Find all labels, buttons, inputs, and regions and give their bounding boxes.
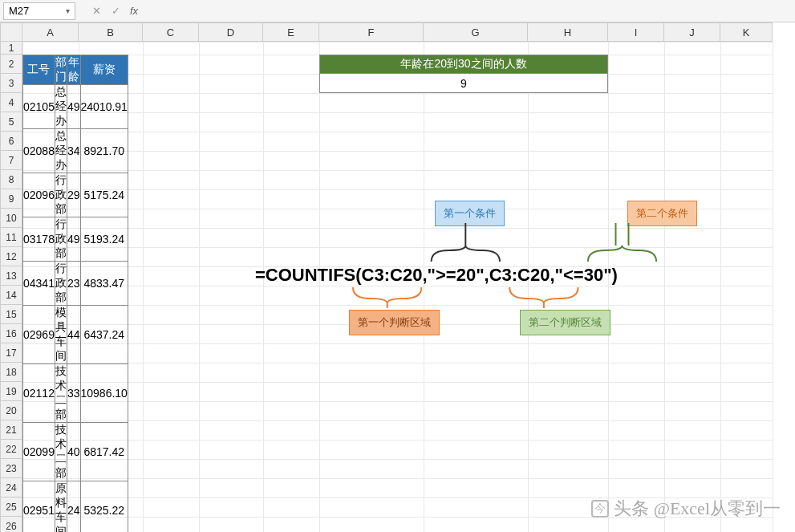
table-cell[interactable]: 03178 — [23, 217, 55, 262]
col-header-B[interactable]: B — [79, 22, 143, 42]
row-header-16[interactable]: 16 — [0, 324, 22, 343]
table-cell[interactable]: 行政部 — [55, 262, 67, 306]
table-cell[interactable]: 33 — [67, 364, 80, 423]
col-header-J[interactable]: J — [664, 22, 720, 42]
table-cell[interactable]: 34 — [67, 129, 80, 173]
col-header-E[interactable]: E — [263, 22, 319, 42]
col-header-K[interactable]: K — [720, 22, 773, 42]
table-row[interactable]: 02099技术二部406817.42 — [23, 423, 128, 481]
row-header-13[interactable]: 13 — [0, 266, 22, 286]
table-row[interactable]: 02088总经办348921.70 — [23, 129, 128, 173]
row-header-1[interactable]: 1 — [0, 42, 22, 55]
row-header-4[interactable]: 4 — [0, 93, 22, 112]
table-cell[interactable]: 模具车间 — [55, 306, 67, 364]
table-cell[interactable]: 40 — [67, 423, 80, 481]
table-cell[interactable]: 49 — [67, 85, 80, 129]
table-row[interactable]: 04341行政部234833.47 — [23, 262, 128, 306]
table-cell[interactable]: 24 — [67, 481, 80, 533]
row-header-15[interactable]: 15 — [0, 305, 22, 324]
row-header-3[interactable]: 3 — [0, 74, 22, 93]
table-header[interactable]: 工号 — [23, 55, 55, 85]
table-cell[interactable]: 6817.42 — [80, 423, 128, 481]
cancel-formula-icon: ✕ — [87, 5, 106, 17]
row-header-23[interactable]: 23 — [0, 459, 22, 478]
row-header-7[interactable]: 7 — [0, 151, 22, 170]
watermark: 今 头条 @Excel从零到一 — [591, 497, 781, 521]
formula-bar: M27 ▾ ✕ ✓ fx — [0, 0, 795, 22]
table-cell[interactable]: 02112 — [23, 364, 55, 423]
table-cell[interactable]: 5175.24 — [80, 173, 128, 217]
table-cell[interactable]: 02969 — [23, 306, 55, 364]
table-cell[interactable]: 04341 — [23, 262, 55, 306]
table-row[interactable]: 02951原料车间245325.22 — [23, 481, 128, 533]
table-header[interactable]: 年龄 — [67, 55, 80, 85]
data-table[interactable]: 工号部门年龄薪资02105总经办4924010.9102088总经办348921… — [22, 55, 128, 532]
table-cell[interactable]: 6437.24 — [80, 306, 128, 364]
row-header-12[interactable]: 12 — [0, 247, 22, 266]
table-cell[interactable]: 5325.22 — [80, 481, 128, 533]
row-header-26[interactable]: 26 — [0, 517, 22, 532]
table-cell[interactable]: 技术二部 — [55, 364, 67, 423]
row-header-18[interactable]: 18 — [0, 363, 22, 382]
table-cell[interactable]: 24010.91 — [80, 85, 128, 129]
row-header-6[interactable]: 6 — [0, 132, 22, 151]
table-row[interactable]: 02969模具车间446437.24 — [23, 306, 128, 364]
formula-input[interactable] — [143, 2, 792, 20]
table-cell[interactable]: 8921.70 — [80, 129, 128, 173]
table-header[interactable]: 薪资 — [80, 55, 128, 85]
row-header-22[interactable]: 22 — [0, 440, 22, 459]
table-cell[interactable]: 02099 — [23, 423, 55, 481]
table-cell[interactable]: 02951 — [23, 481, 55, 533]
table-cell[interactable]: 02105 — [23, 85, 55, 129]
watermark-icon: 今 — [591, 500, 609, 518]
table-cell[interactable]: 总经办 — [55, 85, 67, 129]
col-header-G[interactable]: G — [424, 22, 528, 42]
row-header-25[interactable]: 25 — [0, 497, 22, 517]
table-cell[interactable]: 29 — [67, 173, 80, 217]
row-header-19[interactable]: 19 — [0, 382, 22, 401]
name-box[interactable]: M27 ▾ — [3, 2, 75, 20]
row-header-8[interactable]: 8 — [0, 170, 22, 189]
table-cell[interactable]: 23 — [67, 262, 80, 306]
fx-icon[interactable]: fx — [130, 5, 138, 17]
table-cell[interactable]: 原料车间 — [55, 481, 67, 533]
column-headers: ABCDEFGHIJK — [22, 22, 773, 42]
table-cell[interactable]: 10986.10 — [80, 364, 128, 423]
row-header-17[interactable]: 17 — [0, 343, 22, 363]
row-header-11[interactable]: 11 — [0, 228, 22, 247]
table-cell[interactable]: 02088 — [23, 129, 55, 173]
table-row[interactable]: 02105总经办4924010.91 — [23, 85, 128, 129]
table-cell[interactable]: 4833.47 — [80, 262, 128, 306]
table-cell[interactable]: 行政部 — [55, 217, 67, 262]
col-header-H[interactable]: H — [528, 22, 608, 42]
row-header-20[interactable]: 20 — [0, 401, 22, 420]
row-header-2[interactable]: 2 — [0, 55, 22, 74]
col-header-A[interactable]: A — [22, 22, 79, 42]
table-cell[interactable]: 5193.24 — [80, 217, 128, 262]
row-headers: 1234567891011121314151617181920212223242… — [0, 42, 22, 532]
table-header[interactable]: 部门 — [55, 55, 67, 85]
select-all-corner[interactable] — [0, 22, 22, 42]
table-cell[interactable]: 02096 — [23, 173, 55, 217]
row-header-14[interactable]: 14 — [0, 286, 22, 305]
chevron-down-icon[interactable]: ▾ — [66, 6, 70, 15]
col-header-C[interactable]: C — [143, 22, 199, 42]
col-header-I[interactable]: I — [608, 22, 664, 42]
col-header-D[interactable]: D — [199, 22, 263, 42]
sheet-area: ABCDEFGHIJK 1234567891011121314151617181… — [0, 22, 795, 532]
row-header-5[interactable]: 5 — [0, 112, 22, 132]
table-cell[interactable]: 44 — [67, 306, 80, 364]
row-header-21[interactable]: 21 — [0, 420, 22, 440]
watermark-text: 头条 @Excel从零到一 — [614, 497, 781, 521]
table-row[interactable]: 02112技术二部3310986.10 — [23, 364, 128, 423]
table-cell[interactable]: 行政部 — [55, 173, 67, 217]
table-row[interactable]: 03178行政部495193.24 — [23, 217, 128, 262]
col-header-F[interactable]: F — [319, 22, 424, 42]
table-cell[interactable]: 总经办 — [55, 129, 67, 173]
table-cell[interactable]: 49 — [67, 217, 80, 262]
table-cell[interactable]: 技术二部 — [55, 423, 67, 481]
row-header-10[interactable]: 10 — [0, 209, 22, 228]
row-header-24[interactable]: 24 — [0, 478, 22, 497]
table-row[interactable]: 02096行政部295175.24 — [23, 173, 128, 217]
row-header-9[interactable]: 9 — [0, 189, 22, 209]
